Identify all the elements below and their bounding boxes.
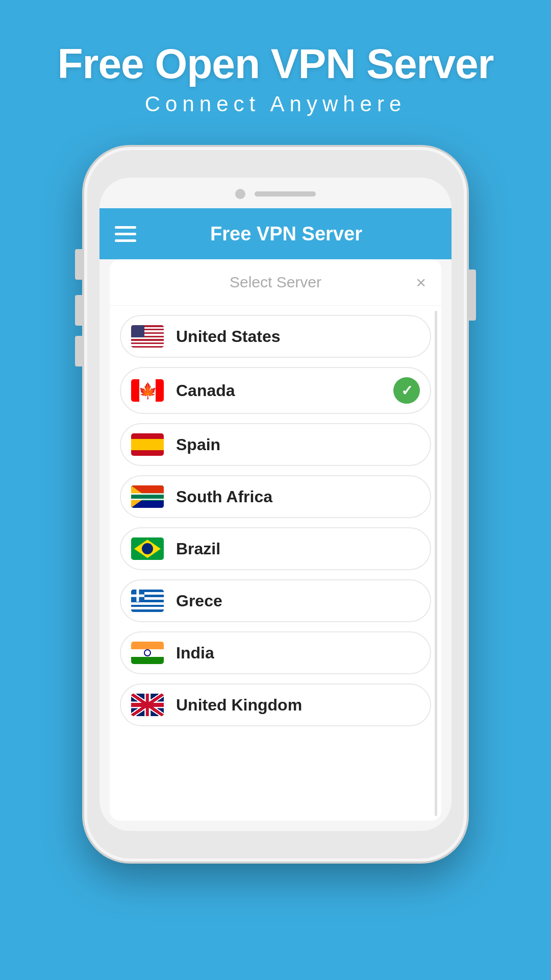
panel-title: Select Server bbox=[230, 274, 321, 291]
server-item-us[interactable]: United States bbox=[120, 315, 431, 358]
earpiece bbox=[235, 189, 316, 199]
server-name-za: South Africa bbox=[176, 487, 420, 506]
flag-in bbox=[131, 642, 164, 664]
server-item-br[interactable]: Brazil bbox=[120, 527, 431, 570]
server-item-es[interactable]: Spain bbox=[120, 423, 431, 466]
flag-gr bbox=[131, 590, 164, 612]
flag-gb bbox=[131, 694, 164, 716]
server-list-wrapper: United States 🍁 Canada ✓ bbox=[110, 306, 441, 821]
phone-screen: Free VPN Server Select Server × bbox=[99, 178, 452, 831]
app-navbar: Free VPN Server bbox=[99, 208, 452, 259]
server-name-es: Spain bbox=[176, 435, 420, 454]
server-item-gb[interactable]: United Kingdom bbox=[120, 683, 431, 726]
server-name-gr: Grece bbox=[176, 592, 420, 610]
server-panel: Select Server × bbox=[110, 259, 441, 821]
server-name-gb: United Kingdom bbox=[176, 696, 420, 715]
server-name-in: India bbox=[176, 644, 420, 663]
scrollbar[interactable] bbox=[435, 311, 437, 816]
earpiece-bar bbox=[255, 191, 316, 197]
panel-header: Select Server × bbox=[110, 259, 441, 306]
close-button[interactable]: × bbox=[416, 274, 426, 291]
hamburger-menu-button[interactable] bbox=[115, 226, 136, 242]
flag-ca: 🍁 bbox=[131, 379, 164, 402]
server-item-in[interactable]: India bbox=[120, 631, 431, 674]
flag-us bbox=[131, 325, 164, 348]
server-list: United States 🍁 Canada ✓ bbox=[110, 306, 441, 821]
flag-br bbox=[131, 537, 164, 560]
flag-es bbox=[131, 433, 164, 456]
server-item-gr[interactable]: Grece bbox=[120, 579, 431, 622]
phone-wrapper: Free VPN Server Select Server × bbox=[84, 147, 467, 862]
flag-za bbox=[131, 485, 164, 508]
header: Free Open VPN Server Connect Anywhere bbox=[57, 41, 493, 116]
navbar-title: Free VPN Server bbox=[136, 223, 436, 245]
earpiece-dot bbox=[235, 189, 245, 199]
app-subtitle: Connect Anywhere bbox=[57, 92, 493, 116]
server-name-ca: Canada bbox=[176, 381, 393, 400]
app-title: Free Open VPN Server bbox=[57, 41, 493, 87]
server-item-za[interactable]: South Africa bbox=[120, 475, 431, 518]
server-name-br: Brazil bbox=[176, 540, 420, 558]
server-name-us: United States bbox=[176, 327, 420, 346]
selected-checkmark: ✓ bbox=[393, 377, 420, 404]
server-item-ca[interactable]: 🍁 Canada ✓ bbox=[120, 367, 431, 414]
